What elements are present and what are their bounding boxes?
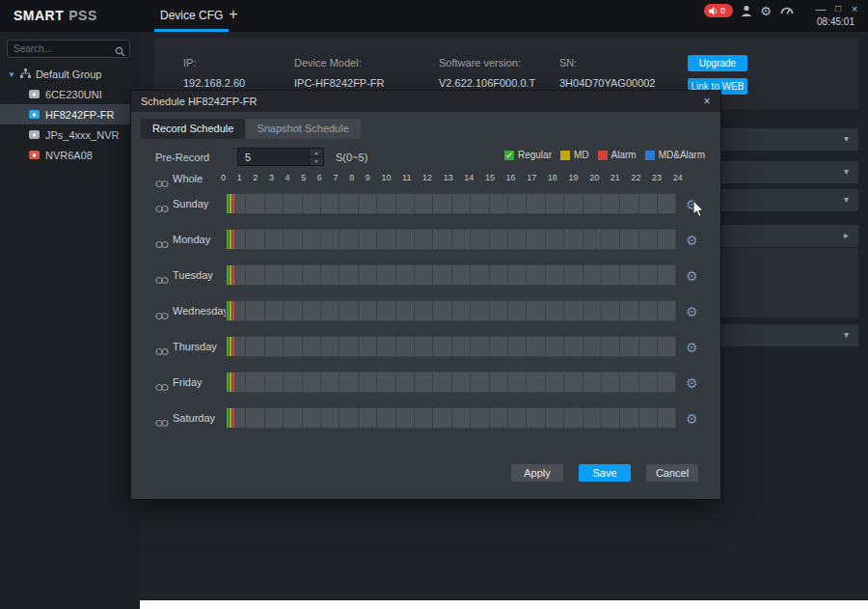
bottom-strip bbox=[140, 600, 868, 609]
speaker-icon bbox=[709, 7, 718, 15]
schedule-segment bbox=[230, 230, 231, 249]
legend-swatch bbox=[645, 151, 655, 160]
minimize-button[interactable]: — bbox=[814, 3, 827, 14]
tab-snapshot-schedule[interactable]: Snapshot Schedule bbox=[245, 119, 360, 139]
link-icon[interactable] bbox=[155, 235, 169, 253]
sidebar-device-jps_4xxx_nvr[interactable]: JPs_4xxx_NVR bbox=[0, 125, 140, 145]
legend-label: MD bbox=[574, 150, 589, 160]
info-sn: SN: 3H04D70YAG00002 bbox=[559, 57, 655, 89]
timeline-bar-saturday[interactable] bbox=[226, 407, 676, 429]
schedule-segment bbox=[227, 265, 229, 285]
schedule-row-monday: Monday⚙ bbox=[131, 223, 720, 259]
hour-tick-label: 20 bbox=[589, 173, 599, 182]
add-tab-button[interactable]: + bbox=[225, 6, 242, 23]
device-label: NVR6A08 bbox=[45, 150, 93, 161]
link-icon[interactable] bbox=[155, 414, 169, 431]
link-icon[interactable] bbox=[155, 378, 169, 396]
maximize-button[interactable]: □ bbox=[831, 3, 845, 14]
device-label: 6CE230UNI bbox=[45, 89, 102, 100]
hour-tick-label: 8 bbox=[349, 173, 354, 182]
save-button[interactable]: Save bbox=[579, 464, 631, 482]
pre-record-label: Pre-Record bbox=[155, 152, 209, 163]
active-tab-underline bbox=[154, 29, 229, 32]
settings-gear-icon[interactable]: ⚙ bbox=[758, 4, 773, 19]
apply-button[interactable]: Apply bbox=[511, 464, 563, 482]
day-label: Tuesday bbox=[173, 269, 213, 281]
schedule-row-whole: Whole 0123456789101112131415161718192021… bbox=[131, 172, 720, 187]
schedule-row-wednesday: Wednesday⚙ bbox=[131, 294, 720, 330]
link-icon[interactable] bbox=[155, 200, 169, 217]
dialog-title-bar[interactable]: Schedule HF8242FP-FR × bbox=[131, 91, 720, 112]
row-settings-gear-icon[interactable]: ⚙ bbox=[686, 340, 698, 355]
hour-tick-label: 1 bbox=[237, 173, 242, 182]
camera-icon bbox=[29, 130, 40, 139]
tab-record-schedule[interactable]: Record Schedule bbox=[141, 119, 245, 139]
info-ip: IP: 192.168.2.60 bbox=[183, 57, 245, 89]
info-software: Software version: V2.622.106F000.0.T bbox=[439, 57, 535, 89]
software-label: Software version: bbox=[439, 57, 535, 69]
hour-tick-label: 23 bbox=[652, 173, 662, 182]
sidebar-device-hf8242fp-fr[interactable]: HF8242FP-FR bbox=[0, 104, 140, 125]
row-settings-gear-icon[interactable]: ⚙ bbox=[686, 233, 698, 248]
timeline-bar-sunday[interactable] bbox=[226, 193, 676, 214]
timeline-bar-thursday[interactable] bbox=[226, 336, 676, 357]
legend-item-regular: ✓Regular bbox=[504, 150, 552, 160]
pre-record-field[interactable]: ▲ ▼ bbox=[237, 148, 324, 166]
schedule-segment bbox=[232, 337, 234, 356]
hour-tick-label: 16 bbox=[506, 173, 516, 182]
row-settings-gear-icon[interactable]: ⚙ bbox=[686, 411, 698, 427]
hour-tick-label: 13 bbox=[444, 173, 453, 182]
stepper-up-icon[interactable]: ▲ bbox=[310, 149, 323, 157]
stepper-down-icon[interactable]: ▼ bbox=[310, 157, 323, 165]
whole-label: Whole bbox=[173, 173, 203, 184]
row-settings-gear-icon[interactable]: ⚙ bbox=[686, 375, 698, 391]
hours-ruler: 0123456789101112131415161718192021222324 bbox=[221, 173, 683, 182]
alarm-badge[interactable]: 0 bbox=[704, 4, 733, 17]
pre-record-input[interactable] bbox=[238, 149, 308, 165]
search-icon bbox=[115, 43, 125, 61]
timeline-bar-tuesday[interactable] bbox=[226, 264, 676, 286]
row-settings-gear-icon[interactable]: ⚙ bbox=[686, 268, 698, 284]
hour-tick-label: 17 bbox=[527, 173, 536, 182]
sidebar-device-6ce230uni[interactable]: 6CE230UNI bbox=[0, 84, 140, 104]
dialog-title: Schedule HF8242FP-FR bbox=[141, 96, 257, 107]
user-icon[interactable] bbox=[739, 4, 754, 19]
tree-expand-icon[interactable]: ▼ bbox=[8, 70, 15, 79]
legend-item-alarm: Alarm bbox=[598, 150, 637, 160]
hour-tick-label: 12 bbox=[422, 173, 432, 182]
row-settings-gear-icon[interactable]: ⚙ bbox=[686, 304, 698, 319]
schedule-row-thursday: Thursday⚙ bbox=[131, 330, 720, 366]
alarm-count: 0 bbox=[720, 4, 725, 17]
close-window-button[interactable]: × bbox=[848, 3, 861, 14]
link-icon[interactable] bbox=[155, 343, 169, 360]
timeline-bar-friday[interactable] bbox=[226, 372, 676, 393]
mouse-cursor bbox=[692, 200, 705, 222]
schedule-segment bbox=[230, 194, 231, 213]
legend-checkbox[interactable]: ✓ bbox=[504, 151, 514, 160]
schedule-row-saturday: Saturday⚙ bbox=[131, 401, 720, 437]
dashboard-gauge-icon[interactable] bbox=[779, 4, 795, 19]
search-input[interactable] bbox=[14, 42, 110, 56]
group-label: Default Group bbox=[36, 69, 101, 80]
sidebar-device-nvr6a08[interactable]: NVR6A08 bbox=[0, 145, 140, 165]
link-icon[interactable] bbox=[155, 271, 169, 289]
cancel-button[interactable]: Cancel bbox=[646, 464, 698, 482]
day-label: Monday bbox=[173, 234, 210, 245]
device-label: HF8242FP-FR bbox=[45, 109, 115, 121]
schedule-tabs: Record Schedule Snapshot Schedule bbox=[141, 119, 361, 139]
legend-swatch bbox=[598, 151, 608, 160]
device-sidebar: ▼ Default Group 6CE230UNIHF8242FP-FRJPs_… bbox=[0, 32, 140, 609]
day-label: Thursday bbox=[173, 341, 217, 352]
schedule-row-tuesday: Tuesday⚙ bbox=[131, 259, 720, 294]
upgrade-button[interactable]: Upgrade bbox=[688, 55, 747, 71]
search-box[interactable] bbox=[7, 40, 130, 58]
timeline-bar-wednesday[interactable] bbox=[226, 300, 676, 321]
chevron-down-icon: ▾ bbox=[844, 133, 849, 144]
sidebar-group-default[interactable]: ▼ Default Group bbox=[0, 65, 140, 84]
timeline-bar-monday[interactable] bbox=[226, 229, 676, 250]
dialog-close-button[interactable]: × bbox=[700, 91, 714, 112]
tab-device-cfg[interactable]: Device CFG bbox=[154, 0, 229, 32]
app-window: SMARTPSS Device CFG + 0 ⚙ — □ × 08:45:01 bbox=[0, 0, 868, 609]
hour-tick-label: 6 bbox=[317, 173, 322, 182]
link-icon[interactable] bbox=[155, 307, 169, 324]
